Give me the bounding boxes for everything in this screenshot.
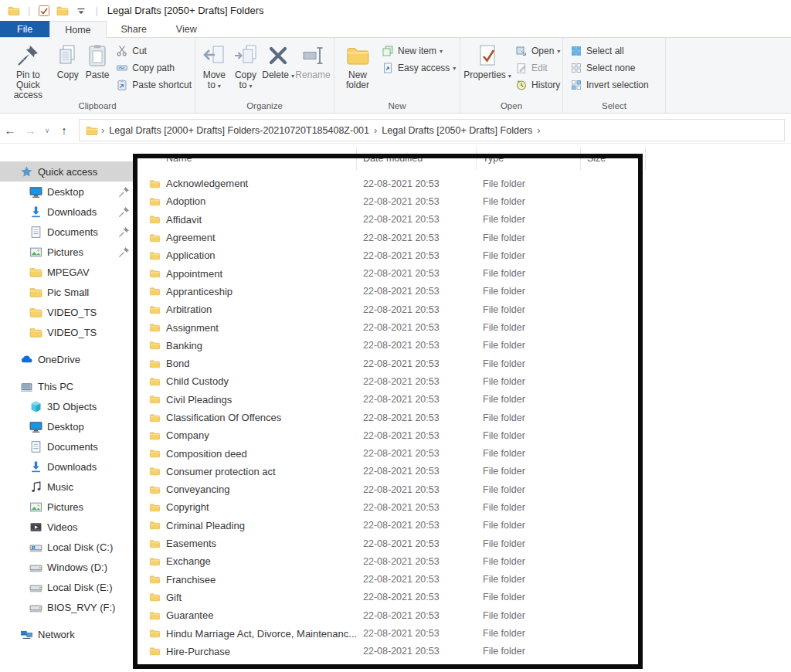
file-row[interactable]: Agreement22-08-2021 20:53File folder <box>135 229 791 246</box>
ribbon-button-select-all[interactable]: Select all <box>570 42 649 59</box>
folder-icon <box>149 448 161 459</box>
sidebar-item-3d-objects[interactable]: 3D Objects <box>0 396 135 416</box>
ribbon-button-rename[interactable]: Rename <box>295 42 331 82</box>
sidebar-item-onedrive[interactable]: OneDrive <box>0 349 135 369</box>
ribbon-button-copy-to[interactable]: Copy to▾ <box>230 42 262 93</box>
file-row[interactable]: Bond22-08-2021 20:53File folder <box>135 355 791 372</box>
column-header-date-modified[interactable]: Date modified <box>357 147 477 170</box>
qat-new-folder-button-slot[interactable] <box>56 5 69 17</box>
file-row[interactable]: Appranticeship22-08-2021 20:53File folde… <box>135 283 791 300</box>
sidebar-item-label: Documents <box>47 226 98 238</box>
type-cell: File folder <box>477 592 581 602</box>
file-row[interactable]: Hire-Purchase22-08-2021 20:53File folder <box>135 643 791 660</box>
file-row[interactable]: Company22-08-2021 20:53File folder <box>135 426 791 444</box>
ribbon-button-copy[interactable]: Copy <box>53 42 83 82</box>
tab-file[interactable]: File <box>0 21 49 37</box>
sidebar-item-mpegav[interactable]: MPEGAV <box>0 262 135 282</box>
sidebar-item-desktop[interactable]: Desktop <box>0 416 135 436</box>
ribbon-button-new-folder[interactable]: New folder <box>338 42 378 92</box>
ribbon-button-pin-to-quick-access[interactable]: Pin to Quick access <box>3 42 53 102</box>
qat-customize-arrow-slot[interactable] <box>75 5 87 17</box>
sidebar-item-documents[interactable]: Documents <box>0 222 135 242</box>
sidebar-item-pictures[interactable]: Pictures <box>0 242 135 262</box>
folder-icon <box>29 326 42 339</box>
file-row[interactable]: Assignment22-08-2021 20:53File folder <box>135 318 791 336</box>
ribbon-button-open[interactable]: Open▾ <box>515 42 560 59</box>
file-row[interactable]: Affidavit22-08-2021 20:53File folder <box>135 211 791 229</box>
ribbon-button-cut[interactable]: Cut <box>116 42 192 59</box>
column-header-size[interactable]: Size <box>581 147 646 170</box>
rename-icon <box>300 43 325 68</box>
date-modified-cell: 22-08-2021 20:53 <box>357 394 477 405</box>
file-row[interactable]: Classification Of Offences22-08-2021 20:… <box>135 409 791 426</box>
ribbon-button-copy-path[interactable]: Copy path <box>116 59 192 76</box>
desktop-icon <box>29 185 42 199</box>
file-row[interactable]: Easements22-08-2021 20:53File folder <box>135 535 791 552</box>
app-folder-icon-slot[interactable] <box>8 5 20 17</box>
tab-home[interactable]: Home <box>49 21 106 38</box>
sidebar-item-documents[interactable]: Documents <box>0 436 135 456</box>
ribbon-button-new-item[interactable]: New item▾ <box>382 42 456 59</box>
ribbon-button-properties[interactable]: Properties▾ <box>463 42 511 83</box>
file-row[interactable]: Adoption22-08-2021 20:53File folder <box>135 192 791 210</box>
sidebar-item-downloads[interactable]: Downloads <box>0 456 135 477</box>
file-name-cell: Easements <box>135 538 357 549</box>
ribbon-button-easy-access[interactable]: Easy access▾ <box>382 59 456 76</box>
file-row[interactable]: Franchisee22-08-2021 20:53File folder <box>135 571 791 589</box>
sidebar-item-video-ts[interactable]: VIDEO_TS <box>0 322 135 342</box>
file-row[interactable]: Child Custody22-08-2021 20:53File folder <box>135 372 791 390</box>
file-row[interactable]: Application22-08-2021 20:53File folder <box>135 246 791 264</box>
column-header-name[interactable]: Name <box>135 147 357 170</box>
forward-button[interactable]: → <box>20 124 40 137</box>
file-row[interactable]: Civil Pleadings22-08-2021 20:53File fold… <box>135 391 791 409</box>
recent-locations-arrow[interactable]: ∨ <box>40 127 54 134</box>
up-button[interactable]: ↑ <box>54 124 74 137</box>
file-row[interactable]: Exchange22-08-2021 20:53File folder <box>135 552 791 570</box>
sidebar-item-video-ts[interactable]: VIDEO_TS <box>0 302 135 322</box>
back-button[interactable]: ← <box>0 124 20 137</box>
breadcrumb-segment[interactable]: Legal Drafts [2050+ Drafts] Folders <box>382 125 532 136</box>
file-row[interactable]: Gift22-08-2021 20:53File folder <box>135 589 791 606</box>
file-row[interactable]: Composition deed22-08-2021 20:53File fol… <box>135 444 791 462</box>
breadcrumb-segment[interactable]: Legal Drafts [2000+ Drafts] Folders-2021… <box>109 125 369 136</box>
sidebar-item-bios-rvy-f[interactable]: BIOS_RVY (F:) <box>0 597 135 617</box>
sidebar-item-pictures[interactable]: Pictures <box>0 497 135 517</box>
ribbon-button-paste[interactable]: Paste <box>83 42 112 82</box>
sidebar-item-videos[interactable]: Videos <box>0 517 135 537</box>
file-row[interactable]: Appointment22-08-2021 20:53File folder <box>135 264 791 282</box>
file-row[interactable]: Banking22-08-2021 20:53File folder <box>135 337 791 355</box>
qat-properties-button-slot[interactable] <box>38 5 50 17</box>
sidebar-item-downloads[interactable]: Downloads <box>0 202 135 222</box>
sidebar-item-windows-d[interactable]: Windows (D:) <box>0 557 135 577</box>
ribbon-button-paste-shortcut[interactable]: Paste shortcut <box>116 76 192 93</box>
ribbon-button-edit[interactable]: Edit <box>515 59 560 76</box>
sidebar-item-this-pc[interactable]: This PC <box>0 376 135 396</box>
file-row[interactable]: Acknowledgement22-08-2021 20:53File fold… <box>135 175 791 192</box>
address-bar[interactable]: ›Legal Drafts [2000+ Drafts] Folders-202… <box>79 119 785 141</box>
file-row[interactable]: Conveyancing22-08-2021 20:53File folder <box>135 480 791 498</box>
file-row[interactable]: Hindu Marriage Act, Divorce, Maintenanc.… <box>135 624 791 642</box>
sidebar-item-local-disk-c[interactable]: Local Disk (C:) <box>0 537 135 557</box>
sidebar-item-desktop[interactable]: Desktop <box>0 182 135 202</box>
sidebar-item-music[interactable]: Music <box>0 477 135 497</box>
ribbon-button-delete[interactable]: Delete▾ <box>261 42 295 83</box>
ribbon-button-select-none[interactable]: Select none <box>570 59 649 76</box>
sidebar-item-pic-small[interactable]: Pic Small <box>0 282 135 302</box>
ribbon-button-invert-selection[interactable]: Invert selection <box>570 76 649 93</box>
tab-share[interactable]: Share <box>107 21 161 37</box>
file-name: Child Custody <box>166 375 229 387</box>
ribbon-button-history[interactable]: History <box>515 76 560 93</box>
file-row[interactable]: Criminal Pleading22-08-2021 20:53File fo… <box>135 517 791 535</box>
sidebar-item-network[interactable]: Network <box>0 624 135 644</box>
file-row[interactable]: Arbitration22-08-2021 20:53File folder <box>135 300 791 318</box>
file-row[interactable]: Guarantee22-08-2021 20:53File folder <box>135 606 791 624</box>
ribbon-button-move-to[interactable]: Move to▾ <box>199 42 230 93</box>
sidebar-item-local-disk-e[interactable]: Local Disk (E:) <box>0 577 135 597</box>
column-header-type[interactable]: Type <box>477 147 581 170</box>
tab-view[interactable]: View <box>161 21 212 37</box>
type-cell: File folder <box>477 484 581 495</box>
sidebar-item-quick-access[interactable]: Quick access <box>0 161 135 182</box>
file-row[interactable]: Consumer protection act22-08-2021 20:53F… <box>135 463 791 480</box>
file-row[interactable]: Copyright22-08-2021 20:53File folder <box>135 498 791 516</box>
sidebar-item-label: Downloads <box>47 461 97 473</box>
